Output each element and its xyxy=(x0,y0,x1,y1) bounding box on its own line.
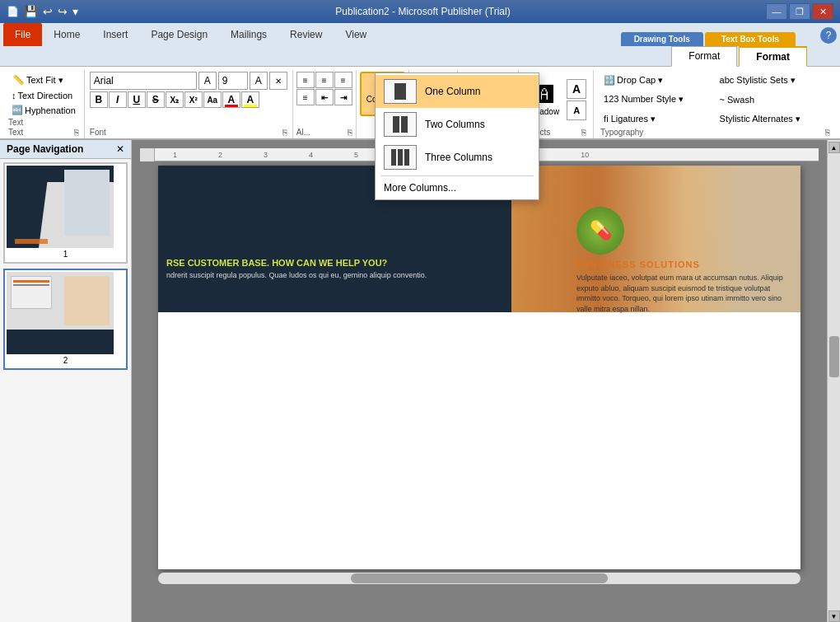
three-columns-item[interactable]: Three Columns xyxy=(376,141,539,174)
tab-page-design[interactable]: Page Design xyxy=(139,23,219,46)
page-1-label: 1 xyxy=(7,248,124,260)
one-column-icon xyxy=(384,79,417,104)
tab-home[interactable]: Home xyxy=(42,23,91,46)
font-size-increase[interactable]: A xyxy=(250,72,268,90)
dropdown-arrow[interactable]: ▾ xyxy=(71,5,80,18)
window-controls: — ❐ ✕ xyxy=(766,3,833,20)
help-button[interactable]: ? xyxy=(820,27,837,44)
one-column-item[interactable]: One Column xyxy=(376,75,539,108)
customer-body: ndrerit suscipit regula populus. Quae lu… xyxy=(166,271,479,279)
tab-review[interactable]: Review xyxy=(278,23,334,46)
columns-dropdown: One Column Two Columns Three Columns Mor… xyxy=(375,72,539,200)
font-name-input[interactable] xyxy=(90,72,197,90)
sidebar-title: Page Navigation xyxy=(7,143,83,155)
font-color-btn[interactable]: A xyxy=(222,91,240,108)
titlebar: 📄 💾 ↩ ↪ ▾ Publication2 - Microsoft Publi… xyxy=(0,0,840,23)
sidebar-content: 1 2 xyxy=(0,159,131,373)
app-icon: 📄 xyxy=(7,6,19,17)
minimize-btn[interactable]: — xyxy=(766,3,787,20)
font-group-expand[interactable]: ⎘ xyxy=(282,128,287,137)
tab-insert[interactable]: Insert xyxy=(91,23,139,46)
number-style-btn[interactable]: 123 Number Style ▾ xyxy=(600,91,714,108)
bold-btn[interactable]: B xyxy=(90,91,108,108)
highlight-btn[interactable]: A xyxy=(241,91,259,108)
font-size-decrease[interactable]: A xyxy=(198,72,217,90)
dropdown-separator xyxy=(380,175,534,176)
two-columns-item[interactable]: Two Columns xyxy=(376,108,539,141)
font-size-input[interactable] xyxy=(218,72,248,90)
hyphenation-btn[interactable]: 🔤 Hyphenation xyxy=(8,103,79,117)
page-thumb-2[interactable]: 2 xyxy=(3,269,128,370)
hyphenation-icon: 🔤 xyxy=(12,105,23,115)
customer-heading: RSE CUSTOMER BASE. HOW CAN WE HELP YOU? xyxy=(166,258,479,268)
superscript-btn[interactable]: X² xyxy=(184,91,203,108)
text-direction-icon: ↕ xyxy=(12,91,16,101)
text-group-expand[interactable]: ⎘ xyxy=(74,128,79,137)
align-group-expand[interactable]: ⎘ xyxy=(348,128,352,137)
strikethrough-btn[interactable]: S xyxy=(147,91,165,108)
stylistic-sets-btn[interactable]: abc Stylistic Sets ▾ xyxy=(716,72,830,89)
redo-btn[interactable]: ↪ xyxy=(56,5,69,18)
indent-decrease-btn[interactable]: ⇤ xyxy=(315,89,334,105)
sidebar-header: Page Navigation ✕ xyxy=(0,140,131,159)
undo-btn[interactable]: ↩ xyxy=(41,5,54,18)
canvas-wrapper[interactable]: 1 2 3 4 5 6 7 8 9 10 r business needs xyxy=(132,140,827,622)
drawing-tools-header: Drawing Tools xyxy=(621,32,703,46)
more-columns-item[interactable]: More Columns... xyxy=(376,178,539,198)
scroll-down-btn[interactable]: ▼ xyxy=(828,610,840,622)
page-thumb-1[interactable]: 1 xyxy=(3,162,128,264)
document-page: r business needs N MANAGEMENT volutpat e… xyxy=(158,166,800,569)
ebusiness-heading: EBUSINESS SOLUTIONS xyxy=(576,260,791,269)
scroll-up-btn[interactable]: ▲ xyxy=(828,142,840,153)
ligatures-btn[interactable]: fi Ligatures ▾ xyxy=(600,110,714,128)
effects-expand[interactable]: ⎘ xyxy=(581,128,586,137)
page-2-label: 2 xyxy=(7,354,124,367)
drop-cap-icon: 🔡 xyxy=(604,75,615,86)
drawing-format-tab[interactable]: Format xyxy=(671,46,737,67)
titlebar-left: 📄 💾 ↩ ↪ ▾ xyxy=(7,5,80,18)
text-fit-btn[interactable]: 📏 Text Fit ▾ xyxy=(8,72,79,88)
textbox-tools-header: Text Box Tools xyxy=(705,32,796,46)
tab-view[interactable]: View xyxy=(334,23,378,46)
tab-mailings[interactable]: Mailings xyxy=(219,23,278,46)
text-group-label: Text xyxy=(8,117,79,128)
three-column-icon xyxy=(384,145,417,170)
close-btn[interactable]: ✕ xyxy=(812,3,833,20)
underline-btn[interactable]: U xyxy=(128,91,146,108)
sidebar-close-btn[interactable]: ✕ xyxy=(116,143,124,155)
ebusiness-body: Vulputate iaceo, volutpat eum mara ut ac… xyxy=(576,273,791,314)
textbox-format-tab[interactable]: Format xyxy=(739,46,807,67)
align-justify-btn[interactable]: ≡ xyxy=(296,89,315,105)
vertical-scrollbar[interactable]: ▲ ▼ ◀ ▶ xyxy=(827,140,840,622)
italic-btn[interactable]: I xyxy=(109,91,127,108)
align-center-btn[interactable]: ≡ xyxy=(315,72,334,88)
drop-cap-btn[interactable]: 🔡 Drop Cap ▾ xyxy=(600,72,714,89)
align-right-btn[interactable]: ≡ xyxy=(334,72,352,88)
app-body: Page Navigation ✕ 1 xyxy=(0,140,840,622)
typography-expand[interactable]: ⎘ xyxy=(825,128,830,137)
indent-increase-btn[interactable]: ⇥ xyxy=(334,89,352,105)
save-quick-btn[interactable]: 💾 xyxy=(22,5,40,18)
font-grow-btn[interactable]: A xyxy=(567,79,586,99)
quick-access: 💾 ↩ ↪ ▾ xyxy=(22,5,80,18)
text-fit-icon: 📏 xyxy=(12,74,25,86)
tab-file[interactable]: File xyxy=(3,23,42,46)
sidebar: Page Navigation ✕ 1 xyxy=(0,140,132,622)
swash-btn[interactable]: ~ Swash xyxy=(716,91,830,108)
stylistic-alt-btn[interactable]: Stylistic Alternates ▾ xyxy=(716,110,830,128)
restore-btn[interactable]: ❐ xyxy=(789,3,810,20)
text-direction-btn[interactable]: ↕ Text Direction xyxy=(8,89,79,102)
font-shrink-btn[interactable]: A xyxy=(567,101,586,120)
align-left-btn[interactable]: ≡ xyxy=(296,72,315,88)
change-case-btn[interactable]: Aa xyxy=(203,91,222,108)
subscript-btn[interactable]: X₂ xyxy=(166,91,184,108)
window-title: Publication2 - Microsoft Publisher (Tria… xyxy=(80,6,766,17)
clear-format-btn[interactable]: ✕ xyxy=(269,72,287,90)
green-circle: 💊 xyxy=(576,207,624,255)
two-column-icon xyxy=(384,112,417,137)
